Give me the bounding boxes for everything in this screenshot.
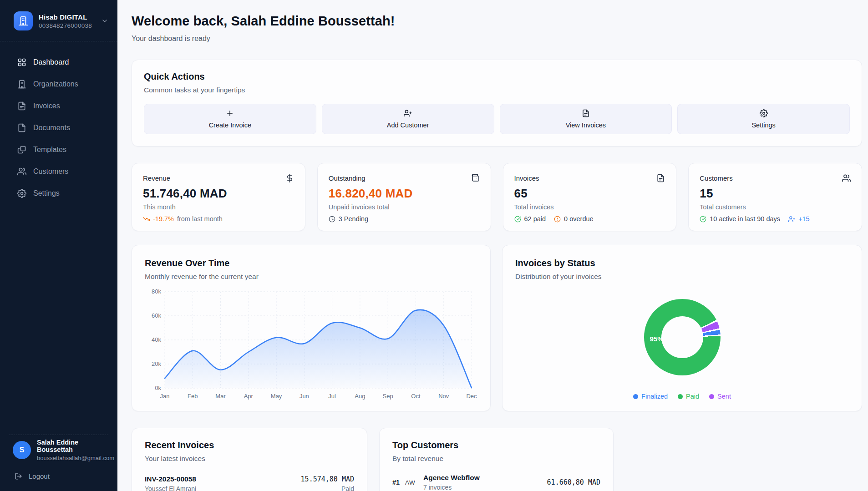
gear-icon [17, 189, 26, 198]
top-customers-title: Top Customers [392, 440, 600, 451]
create-invoice-label: Create Invoice [209, 121, 252, 129]
user-name: Salah Eddine Boussettah [37, 439, 114, 453]
add-customer-button[interactable]: Add Customer [322, 104, 494, 134]
customer-initials: AW [405, 479, 423, 486]
revenue-trend-note: from last month [177, 215, 223, 223]
bottom-row: Recent Invoices Your latest invoices INV… [132, 428, 862, 491]
revenue-trend: -19.7% [153, 215, 174, 223]
revenue-chart-title: Revenue Over Time [145, 258, 477, 268]
sidebar-item-dashboard[interactable]: Dashboard [0, 51, 117, 73]
org-name: Hisab DIGITAL [39, 13, 95, 21]
sidebar-item-settings[interactable]: Settings [0, 182, 117, 204]
view-invoices-button[interactable]: View Invoices [500, 104, 672, 134]
user-plus-icon [404, 109, 412, 117]
sidebar-item-label: Customers [33, 167, 68, 176]
donut-percent-label: 95% [650, 335, 664, 343]
org-switcher[interactable]: Hisab DIGITAL 003848276000038 [0, 0, 117, 41]
quick-actions-card: Quick Actions Common tasks at your finge… [132, 60, 862, 147]
avatar: S [13, 441, 31, 459]
svg-text:Nov: Nov [438, 393, 449, 400]
sidebar-item-label: Documents [33, 124, 70, 132]
chevron-down-icon[interactable] [101, 17, 108, 25]
sidebar: Hisab DIGITAL 003848276000038 Dashboard … [0, 0, 117, 491]
dashboard-grid-icon [17, 58, 26, 67]
recent-invoices-title: Recent Invoices [145, 440, 354, 451]
legend-dot-finalized [633, 394, 638, 399]
sidebar-item-organizations[interactable]: Organizations [0, 73, 117, 95]
sidebar-nav: Dashboard Organizations Invoices Documen… [0, 41, 117, 425]
customers-stat-title: Customers [700, 174, 733, 182]
clock-icon [329, 216, 335, 223]
revenue-chart-subtitle: Monthly revenue for the current year [145, 273, 477, 281]
view-invoices-label: View Invoices [566, 121, 606, 129]
sidebar-item-label: Organizations [33, 80, 78, 88]
create-invoice-button[interactable]: Create Invoice [144, 104, 316, 134]
sidebar-item-label: Invoices [33, 102, 60, 110]
invoice-number: INV-2025-00058 [145, 475, 196, 483]
customers-new: +15 [798, 215, 810, 223]
outstanding-stat-card: Outstanding 16.820,40 MAD Unpaid invoice… [317, 163, 491, 231]
svg-text:Jun: Jun [299, 393, 309, 400]
legend-label-finalized: Finalized [641, 393, 668, 400]
outstanding-pending: 3 Pending [339, 215, 368, 223]
file-text-icon [582, 109, 590, 117]
donut-hole [661, 316, 703, 358]
svg-text:Sep: Sep [383, 393, 393, 400]
legend-item-sent: Sent [709, 393, 731, 400]
add-customer-label: Add Customer [387, 121, 429, 129]
user-profile[interactable]: S Salah Eddine Boussettah boussettahsall… [9, 435, 108, 468]
legend-item-paid: Paid [678, 393, 699, 400]
invoices-status-subtitle: Distribution of your invoices [515, 273, 849, 281]
revenue-stat-card: Revenue 51.746,40 MAD This month -19.7% … [132, 163, 305, 231]
sidebar-item-documents[interactable]: Documents [0, 117, 117, 139]
donut-legend: Finalized Paid Sent [515, 393, 849, 400]
invoices-overdue: 0 overdue [564, 215, 594, 223]
sidebar-item-templates[interactable]: Templates [0, 139, 117, 161]
sidebar-item-customers[interactable]: Customers [0, 161, 117, 182]
legend-dot-paid [678, 394, 683, 399]
quick-actions-title: Quick Actions [144, 71, 850, 82]
revenue-value: 51.746,40 MAD [143, 187, 294, 201]
svg-text:20k: 20k [152, 360, 161, 367]
sidebar-item-invoices[interactable]: Invoices [0, 95, 117, 117]
file-text-icon [17, 101, 26, 111]
settings-button[interactable]: Settings [677, 104, 850, 134]
revenue-line-chart: 0k20k40k60k80kJanFebMarAprMayJunJulAugSe… [145, 287, 477, 402]
sidebar-item-label: Templates [33, 146, 66, 154]
revenue-stat-title: Revenue [143, 174, 170, 182]
customers-active: 10 active in last 90 days [710, 215, 780, 223]
svg-text:Dec: Dec [466, 393, 477, 400]
svg-text:Apr: Apr [244, 393, 254, 400]
svg-text:Jul: Jul [328, 393, 336, 400]
user-email: boussettahsallah@gmail.com [37, 455, 114, 461]
revenue-chart-card: Revenue Over Time Monthly revenue for th… [132, 245, 491, 411]
file-icon [17, 123, 26, 132]
sidebar-item-label: Settings [33, 189, 60, 197]
charts-row: Revenue Over Time Monthly revenue for th… [132, 245, 862, 411]
invoices-status-card: Invoices by Status Distribution of your … [502, 245, 862, 411]
logout-button[interactable]: Logout [9, 468, 108, 482]
outstanding-stat-title: Outstanding [329, 174, 365, 182]
top-customer-row[interactable]: #1 AW Agence Webflow 7 invoices 61.660,8… [392, 474, 600, 491]
svg-text:Mar: Mar [215, 393, 226, 400]
stats-row: Revenue 51.746,40 MAD This month -19.7% … [132, 163, 862, 231]
dollar-icon [285, 174, 294, 182]
outstanding-value: 16.820,40 MAD [329, 187, 480, 201]
customer-rank: #1 [392, 479, 405, 486]
invoice-amount: 15.574,80 MAD [301, 475, 354, 483]
recent-invoices-card: Recent Invoices Your latest invoices INV… [132, 428, 367, 491]
customer-detail: 7 invoices [423, 484, 547, 491]
revenue-caption: This month [143, 203, 294, 211]
recent-invoices-subtitle: Your latest invoices [145, 455, 354, 463]
svg-text:0k: 0k [155, 385, 161, 391]
user-plus-icon [788, 216, 795, 223]
building-icon [18, 16, 28, 26]
settings-label: Settings [751, 121, 775, 129]
outstanding-caption: Unpaid invoices total [329, 203, 480, 211]
legend-label-sent: Sent [717, 393, 731, 400]
invoices-value: 65 [514, 187, 665, 201]
legend-item-finalized: Finalized [633, 393, 668, 400]
invoices-paid: 62 paid [524, 215, 546, 223]
invoice-row[interactable]: INV-2025-00058 Youssef El Amrani 15.574,… [145, 475, 354, 491]
legend-label-paid: Paid [686, 393, 699, 400]
